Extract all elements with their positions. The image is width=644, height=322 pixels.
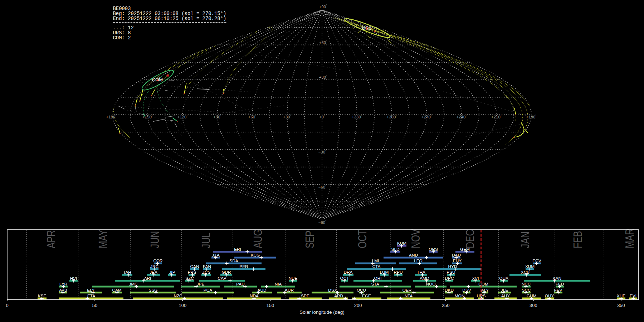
svg-text:PAU: PAU [236,282,244,287]
svg-text:MON: MON [455,293,465,298]
svg-text:TAH: TAH [123,270,131,275]
svg-text:+30°: +30° [283,114,291,119]
svg-text:AHY: AHY [501,293,510,298]
svg-text:100: 100 [179,303,186,308]
svg-text:End: 20251222 06:10:25 (sol =: End: 20251222 06:10:25 (sol = 270.28°) [113,16,226,21]
svg-text:PCA: PCA [204,288,212,293]
svg-text:+300°: +300° [387,114,397,119]
svg-text:ARD: ARD [334,293,343,298]
svg-text:+90°: +90° [319,4,327,9]
svg-text:NIA: NIA [275,282,282,287]
svg-text:MAY: MAY [96,230,109,248]
svg-text:SEP: SEP [303,230,316,248]
svg-text:EGE: EGE [362,293,371,298]
svg-text:HVI: HVI [70,276,77,281]
svg-text:+60°: +60° [319,40,327,45]
svg-text:OER: OER [402,288,412,293]
svg-text:−90°: −90° [318,220,327,225]
svg-text:AUG: AUG [251,229,264,248]
svg-text:COM: COM [478,282,488,287]
svg-text:LUM: LUM [380,270,389,275]
svg-text:JIP: JIP [169,270,175,275]
svg-text:JUN: JUN [148,231,161,248]
svg-text:JUL: JUL [199,233,213,248]
svg-text:ORS: ORS [429,247,438,252]
svg-text:PPS: PPS [188,270,196,275]
svg-text:FAN: FAN [203,264,211,269]
svg-text:JMC: JMC [129,282,138,287]
svg-text:CAM: CAM [112,288,121,293]
svg-text:+330°: +330° [352,114,362,119]
svg-text:RPU: RPU [394,270,403,275]
svg-text:QUA: QUA [499,276,508,281]
svg-text:LEO: LEO [414,258,423,263]
svg-text:+240°: +240° [457,114,467,119]
svg-text:SCC: SCC [522,288,531,293]
svg-text:+150°: +150° [142,114,153,119]
svg-text:CAN: CAN [190,264,199,269]
svg-text:NTA: NTA [405,293,413,298]
svg-text:PER: PER [239,264,248,269]
svg-text:OCU: OCU [357,288,366,293]
svg-text:MAR: MAR [623,229,636,248]
svg-text:AVB: AVB [59,288,67,293]
svg-text:COR: COR [153,258,162,263]
svg-text:KSE: KSE [38,293,47,298]
svg-text:200: 200 [354,303,362,308]
svg-text:+0°: +0° [319,114,325,119]
svg-text:GDR: GDR [221,270,231,275]
svg-text:AUR: AUR [285,288,294,293]
svg-text:JAN: JAN [518,231,532,248]
svg-text:XHE: XHE [617,293,625,298]
svg-text:ALY: ALY [481,288,489,293]
svg-text:50: 50 [92,303,97,308]
svg-text:+60°: +60° [248,114,257,119]
svg-text:250: 250 [442,303,450,308]
svg-text:FED: FED [556,282,564,287]
svg-text:NUE: NUE [289,276,298,281]
svg-text:DAD: DAD [452,253,461,258]
svg-text:Solar longitude (deg): Solar longitude (deg) [299,309,344,315]
svg-text:OCT: OCT [355,230,369,248]
svg-text:PSU: PSU [447,270,455,275]
svg-text:AAN: AAN [553,276,561,281]
svg-text:OHY: OHY [545,293,554,298]
svg-text:SDA: SDA [229,258,238,263]
svg-text:ORI: ORI [374,276,382,281]
svg-text:NOO: NOO [426,282,436,287]
svg-text:ERI: ERI [234,247,241,252]
svg-text:−30°: −30° [318,150,327,155]
svg-text:DPC: DPC [445,276,454,281]
svg-text:NZC: NZC [174,293,182,298]
svg-text:FEB: FEB [571,231,584,248]
svg-text:300: 300 [530,303,537,308]
svg-text:DKD: DKD [445,288,454,293]
svg-text:+180°: +180° [526,114,537,119]
svg-text:+180°: +180° [106,114,117,119]
svg-text:XCB: XCB [521,270,530,275]
svg-text:+90°: +90° [213,114,221,119]
svg-text:ELY: ELY [87,288,95,293]
svg-text:NCC: NCC [522,282,531,287]
svg-text:350: 350 [617,303,625,308]
svg-text:XVI: XVI [472,276,479,281]
svg-text:−60°: −60° [318,184,327,189]
svg-text:KCG: KCG [251,253,260,258]
svg-text:LYR: LYR [59,282,67,287]
svg-text:JEA: JEA [150,270,157,275]
svg-text:LMI: LMI [372,258,379,263]
svg-text:STA: STA [371,282,379,287]
svg-text:FEV: FEV [554,288,562,293]
svg-text:AMO: AMO [420,276,429,281]
svg-text:DEC: DEC [463,230,477,248]
svg-text:SLD: SLD [391,247,400,252]
svg-text:NDA: NDA [250,293,259,298]
svg-text:AUD: AUD [258,288,267,293]
svg-text:NOV: NOV [409,229,422,248]
svg-text:JXA: JXA [212,253,220,258]
svg-text:SZC: SZC [185,276,194,281]
svg-text:COM: COM [152,77,163,82]
svg-text:CTA: CTA [372,264,381,269]
svg-text:HYD: HYD [448,264,457,269]
svg-text:APR: APR [44,230,58,248]
